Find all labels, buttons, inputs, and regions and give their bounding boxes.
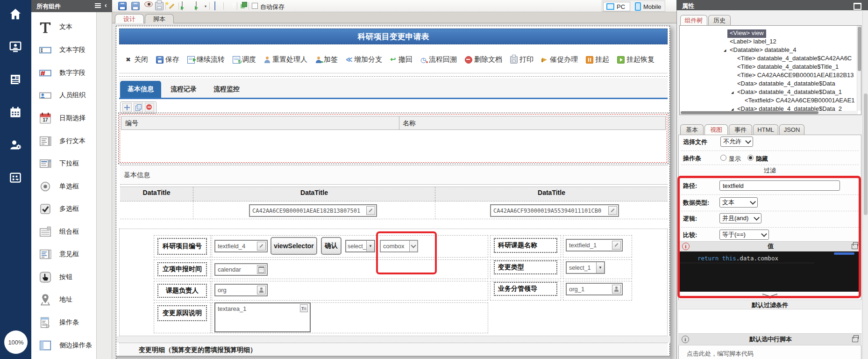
save-as-icon[interactable]	[131, 2, 140, 10]
confirm-button[interactable]: 确认	[321, 237, 342, 255]
edit-icon[interactable]	[612, 241, 621, 250]
pc-toggle-button[interactable]: PC	[603, 2, 630, 11]
export-caret-icon[interactable]: ▾	[205, 4, 206, 8]
edit-icon[interactable]	[608, 206, 617, 215]
panel-vscrollbar[interactable]	[862, 11, 868, 359]
palette-item-datepicker[interactable]: 17 日期选择	[31, 107, 97, 129]
panel-collapse-icon[interactable]: ‹	[105, 1, 107, 9]
apply-date-field[interactable]: calendar	[214, 263, 268, 276]
urge-button[interactable]: 催促办理	[541, 55, 578, 64]
palette-item-multiline[interactable]: 多行文本	[31, 130, 97, 152]
textarea-editor-icon[interactable]: T≡	[300, 304, 308, 312]
tree-item-label12[interactable]: <Label> label_12	[730, 38, 776, 46]
copy-widget-icon[interactable]	[134, 103, 143, 112]
add-branch-button[interactable]: 增加分支	[346, 55, 382, 64]
file-select-dropdown[interactable]: 不允许	[720, 136, 753, 147]
calendar-picker-icon[interactable]	[257, 265, 266, 274]
project-no-label[interactable]: 科研项目编号	[157, 238, 207, 255]
tree-item-title2[interactable]: <Title> datatable_4_datatable$Title_1	[737, 63, 839, 72]
tree-item-title1[interactable]: <Title> datatable_4_datatable$CA42AA6C	[737, 55, 852, 63]
palette-item-org[interactable]: 人员组织	[31, 84, 97, 107]
change-type-label[interactable]: 变更类型	[494, 260, 557, 274]
view-selector-button[interactable]: viewSelector	[270, 237, 317, 255]
suspend-button[interactable]: 挂起	[586, 55, 609, 64]
home-icon[interactable]	[6, 5, 25, 23]
tab-script[interactable]: 脚本	[145, 14, 174, 23]
apps-icon[interactable]	[6, 168, 25, 187]
palette-item-side-actionbar[interactable]: 侧边操作条	[31, 334, 97, 357]
resume-button[interactable]: 挂起恢复	[617, 55, 655, 64]
save-button[interactable]: 保存	[156, 55, 179, 64]
apply-date-label[interactable]: 立项申报时间	[157, 262, 207, 276]
code-hscrollbar[interactable]	[834, 252, 854, 255]
tree-item-data1[interactable]: ◢<Data> datatable_4_datatable$Data_1	[737, 88, 842, 97]
palette-item-address[interactable]: 地址	[31, 288, 97, 311]
layers-icon[interactable]	[242, 2, 247, 7]
exec-leader-field[interactable]: org_1	[566, 283, 623, 295]
tab-basic-info[interactable]: 基本信息	[120, 81, 161, 98]
dtype-dropdown[interactable]: 文本	[719, 197, 758, 208]
reason-textarea[interactable]: textarea_1 T≡	[214, 302, 311, 332]
exec-leader-label[interactable]: 业务分管领导	[494, 282, 557, 296]
leader-field[interactable]: org	[214, 284, 268, 296]
save-icon[interactable]	[118, 2, 127, 10]
form-view-icon[interactable]	[214, 1, 215, 10]
tree-item-title3[interactable]: <Title> CA42AA6CE9B00001AEAE182B13	[737, 72, 854, 80]
palette-item-select[interactable]: 下拉框	[31, 152, 97, 175]
combox-field[interactable]: combox	[380, 240, 418, 252]
user-settings-icon[interactable]	[6, 136, 25, 154]
tree-item-textfield[interactable]: <Textfield> CA42AA6CE9B00001AEAE1	[745, 97, 855, 105]
edit-icon[interactable]	[366, 206, 375, 215]
filter-code-editor[interactable]: return this.data.combox	[679, 251, 861, 292]
cmp-dropdown[interactable]: 等于(==)	[719, 230, 769, 240]
radio-show[interactable]	[720, 155, 726, 161]
print-button[interactable]: 打印	[510, 55, 534, 64]
panel-menu-icon[interactable]	[95, 3, 101, 8]
print-icon[interactable]	[155, 2, 164, 10]
news-icon[interactable]	[6, 70, 25, 89]
tab-design[interactable]: 设计	[115, 14, 144, 23]
palette-item-combobox[interactable]: 组合框	[31, 221, 97, 243]
tree-expand-icon[interactable]: ◢	[724, 49, 726, 52]
palette-item-numberfield[interactable]: 数字字段	[31, 62, 97, 84]
reason-label[interactable]: 变更原因说明	[157, 305, 207, 321]
autosave-checkbox[interactable]	[252, 3, 258, 9]
info-icon[interactable]: i	[682, 336, 689, 343]
delete-doc-button[interactable]: 删除文档	[465, 55, 502, 64]
path-input[interactable]: textfield	[719, 180, 840, 191]
video-meeting-icon[interactable]	[6, 37, 25, 56]
tree-hscrollbar[interactable]	[680, 111, 858, 115]
default-filter-area[interactable]	[678, 309, 861, 333]
palette-item-textfield[interactable]: 文本字段	[31, 39, 97, 61]
radio-hide[interactable]	[747, 155, 754, 161]
mobile-toggle-button[interactable]: Mobile	[632, 2, 665, 11]
tab-prop-event[interactable]: 事件	[729, 124, 752, 135]
tree-expand-icon[interactable]: ◢	[731, 91, 733, 94]
tree-item-view[interactable]: <View> view	[727, 29, 766, 38]
preview-icon[interactable]	[144, 1, 153, 7]
palette-item-text[interactable]: 文本	[31, 16, 97, 38]
calendar-icon[interactable]	[6, 103, 25, 122]
change-type-field[interactable]: select_1 ▼	[566, 261, 605, 274]
withdraw-button[interactable]: 撤回	[390, 55, 413, 64]
topic-name-field[interactable]: textfield_1	[566, 239, 623, 251]
palette-item-actionbar[interactable]: 操作条	[31, 311, 97, 334]
tab-history[interactable]: 历史	[708, 15, 731, 25]
continue-flow-button[interactable]: 继续流转	[187, 55, 225, 64]
select2-field[interactable]: select_2 ▼	[345, 240, 375, 252]
tab-flow-record[interactable]: 流程记录	[163, 81, 204, 98]
palette-item-radio[interactable]: 单选框	[31, 175, 97, 198]
leader-label[interactable]: 课题负责人	[157, 284, 207, 298]
close-button[interactable]: 关闭	[126, 55, 148, 64]
countersign-button[interactable]: 加签	[315, 55, 338, 64]
delete-widget-icon[interactable]	[145, 103, 154, 112]
palette-item-opinion[interactable]: 意见框	[31, 243, 97, 266]
restore-icon[interactable]	[852, 337, 858, 342]
tab-prop-basic[interactable]: 基本	[680, 124, 704, 135]
tab-prop-view[interactable]: 视图	[704, 124, 728, 135]
palette-item-button[interactable]: 按钮	[31, 266, 97, 288]
project-no-field[interactable]: textfield_4	[214, 240, 268, 252]
tree-item-data[interactable]: <Data> datatable_4_datatable$Data	[737, 80, 835, 88]
tab-prop-html[interactable]: HTML	[753, 124, 778, 135]
tree-vscrollbar[interactable]	[857, 26, 861, 111]
